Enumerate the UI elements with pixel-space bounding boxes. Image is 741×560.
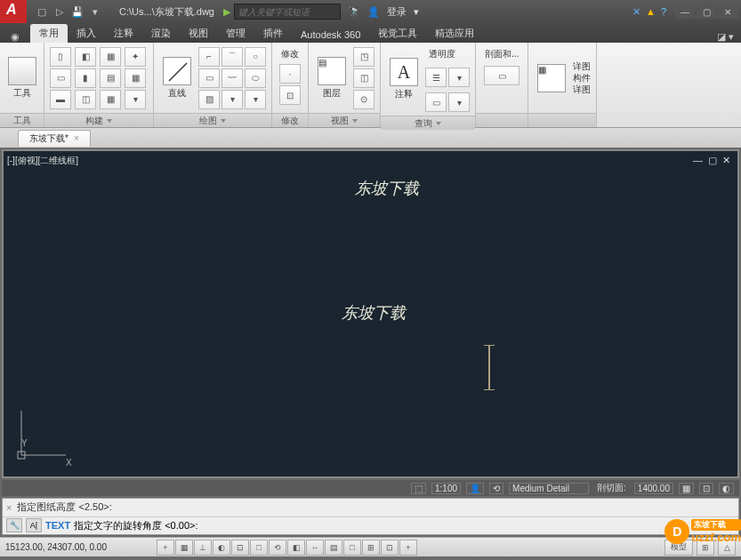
cmd-close-icon[interactable]: × xyxy=(6,502,12,513)
v1-button[interactable]: ◳ xyxy=(353,47,375,67)
tab-plugins[interactable]: 插件 xyxy=(254,24,292,43)
roof-button[interactable]: ✦ xyxy=(125,47,146,67)
hatch-button[interactable]: ▨ xyxy=(198,90,220,109)
mass-button[interactable]: ▦ xyxy=(100,90,121,109)
modify-button[interactable]: 修改 xyxy=(278,46,302,62)
circle-button[interactable]: ○ xyxy=(245,47,266,67)
vp-s2[interactable]: ⊡ xyxy=(699,483,713,494)
polygon-button[interactable]: ▾ xyxy=(245,90,266,109)
a3[interactable]: ▭ xyxy=(425,92,447,112)
sb-polar[interactable]: ◐ xyxy=(213,540,230,556)
door-button[interactable]: ◧ xyxy=(75,47,96,67)
annotate-button[interactable]: A注释 xyxy=(386,52,422,106)
close-button[interactable]: ✕ xyxy=(718,4,737,19)
sb-ducs[interactable]: ◧ xyxy=(287,540,305,556)
point-button[interactable]: ▾ xyxy=(221,90,243,109)
sb-sc[interactable]: ⊡ xyxy=(381,540,399,556)
command-input-line[interactable]: 🔧 A| TEXT 指定文字的旋转角度 <0.00>: xyxy=(3,517,738,535)
vp-maximize-icon[interactable]: ▢ xyxy=(708,155,717,166)
close-tab-icon[interactable]: × xyxy=(74,133,79,143)
tab-a360[interactable]: Autodesk 360 xyxy=(292,27,369,43)
arc-button[interactable]: ⌒ xyxy=(221,47,243,67)
cart-icon[interactable]: ▲ xyxy=(646,6,656,17)
sb-snap[interactable]: + xyxy=(157,540,174,556)
slab-button[interactable]: ▭ xyxy=(50,68,71,88)
app-menu-icon[interactable] xyxy=(0,0,27,23)
binoculars-icon[interactable]: 🔭 xyxy=(348,6,360,18)
qat-open-icon[interactable]: ▷ xyxy=(52,4,68,20)
cmd-tool-icon[interactable]: 🔧 xyxy=(6,518,22,532)
sb-am[interactable]: + xyxy=(399,540,417,556)
tab-manage[interactable]: 管理 xyxy=(217,24,254,43)
line-button[interactable]: 直线 xyxy=(159,52,195,105)
tab-visual[interactable]: 视觉工具 xyxy=(369,24,426,43)
layer-button[interactable]: ▤图层 xyxy=(314,52,350,105)
search-input[interactable] xyxy=(234,4,341,20)
login-link[interactable]: 登录 xyxy=(387,5,407,19)
pline-button[interactable]: ⌐ xyxy=(198,47,220,67)
sb-grid[interactable]: ▦ xyxy=(175,540,193,556)
transparency-button[interactable]: 透明度 xyxy=(425,46,470,62)
vp-minimize-icon[interactable]: — xyxy=(693,155,703,166)
more-button[interactable]: ▾ xyxy=(125,90,146,109)
sb-ortho[interactable]: ⊥ xyxy=(194,540,212,556)
qat-new-icon[interactable]: ▢ xyxy=(34,4,50,20)
people-icon[interactable]: 👤 xyxy=(466,483,484,494)
minimize-button[interactable]: — xyxy=(675,4,695,19)
column-button[interactable]: ▮ xyxy=(75,68,96,88)
vp-close-icon[interactable]: ✕ xyxy=(722,155,730,166)
tab-apps[interactable]: 精选应用 xyxy=(426,24,483,43)
vp-s1[interactable]: ▦ xyxy=(679,483,694,494)
tab-common[interactable]: 常用 xyxy=(30,24,68,43)
tab-render[interactable]: 渲染 xyxy=(142,24,180,43)
grid-button[interactable]: ▦ xyxy=(125,68,146,88)
sb-3dosnap[interactable]: □ xyxy=(250,540,268,556)
beam-button[interactable]: ▬ xyxy=(50,90,71,109)
play-icon[interactable]: ▶ xyxy=(223,6,230,18)
tab-insert[interactable]: 插入 xyxy=(68,24,105,43)
vp-s3[interactable]: ◐ xyxy=(719,483,734,494)
sb-otrack[interactable]: ⟲ xyxy=(269,540,286,556)
sb-qp[interactable]: ⊞ xyxy=(362,540,380,556)
drawing-tab[interactable]: 东坡下载* × xyxy=(18,130,91,147)
tools-button[interactable]: 工具 xyxy=(5,52,38,105)
exchange-icon[interactable]: ✕ xyxy=(632,6,640,18)
qat-dropdown-icon[interactable]: ▾ xyxy=(87,4,103,20)
ellipse-button[interactable]: ⬭ xyxy=(245,68,266,88)
ribbon-expand-icon[interactable]: ◪ ▾ xyxy=(710,31,741,43)
sb-lwt[interactable]: ▤ xyxy=(325,540,342,556)
wall-button[interactable]: ▯ xyxy=(50,47,71,67)
rect-button[interactable]: ▭ xyxy=(198,68,220,88)
help-icon[interactable]: ? xyxy=(661,6,666,17)
detail-button[interactable]: ▦ xyxy=(534,52,569,105)
tab-annotate[interactable]: 注释 xyxy=(105,24,142,43)
maximize-button[interactable]: ▢ xyxy=(697,4,716,19)
scale-icon[interactable]: ⬚ xyxy=(411,483,426,494)
a4[interactable]: ▾ xyxy=(448,92,470,112)
window-button[interactable]: ▦ xyxy=(100,47,121,67)
user-icon[interactable]: 👤 xyxy=(367,6,380,18)
dropdown-icon[interactable]: ▾ xyxy=(414,6,419,18)
a1[interactable]: ☰ xyxy=(425,68,447,87)
stair-button[interactable]: ▤ xyxy=(100,68,121,88)
section-button[interactable]: 剖面和... xyxy=(481,46,522,62)
a2[interactable]: ▾ xyxy=(448,68,470,87)
qat-save-icon[interactable]: 💾 xyxy=(69,4,85,20)
sb-dyn[interactable]: ↔ xyxy=(306,540,324,556)
viewport-label[interactable]: [-][俯视][二维线框] xyxy=(7,155,78,167)
viewport[interactable]: [-][俯视][二维线框] — ▢ ✕ 东坡下载 东坡下载 Y X xyxy=(2,149,739,478)
mirror-button[interactable]: · xyxy=(279,64,301,84)
sec-btn[interactable]: ▭ xyxy=(484,66,520,85)
tab-view[interactable]: 视图 xyxy=(180,24,217,43)
scale-value[interactable]: 1:100 xyxy=(431,483,461,494)
sb-osnap[interactable]: ⊡ xyxy=(231,540,249,556)
detail-level[interactable]: Medium Detail xyxy=(509,483,589,494)
section-value[interactable]: 1400.00 xyxy=(634,483,673,494)
v3-button[interactable]: ⊙ xyxy=(353,90,375,109)
sb-tpy[interactable]: □ xyxy=(343,540,361,556)
brace-button[interactable]: ◫ xyxy=(75,90,96,109)
spline-button[interactable]: 〰 xyxy=(221,68,243,88)
copy-button[interactable]: ⊡ xyxy=(279,85,301,105)
ribbon-pin-icon[interactable]: ◉ xyxy=(0,31,30,43)
nav-icon[interactable]: ⟲ xyxy=(489,483,503,494)
